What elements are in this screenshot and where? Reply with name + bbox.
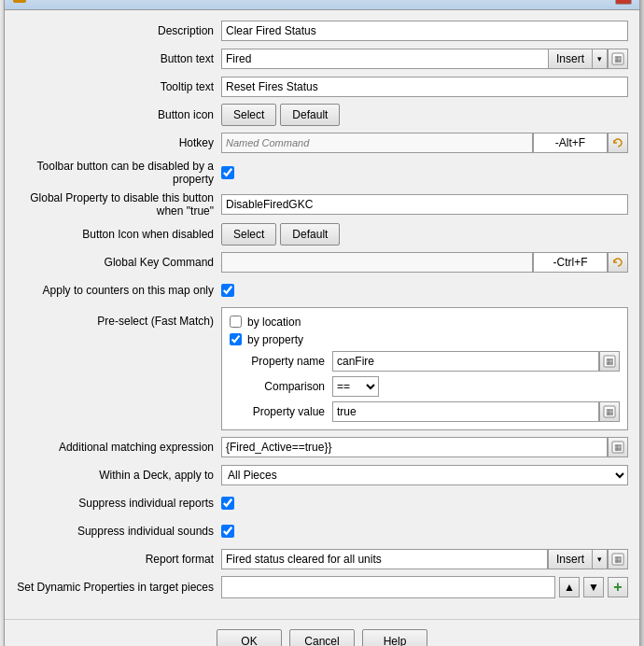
hotkey-inputs <box>221 133 628 153</box>
svg-text:▦: ▦ <box>614 442 623 452</box>
additional-matching-row: Additional matching expression ▦ <box>16 436 628 458</box>
hotkey-row: Hotkey <box>16 132 628 154</box>
property-name-input[interactable] <box>332 351 599 372</box>
suppress-sounds-checkbox[interactable] <box>221 525 234 538</box>
toolbar-disabled-row: Toolbar button can be disabled by a prop… <box>16 160 628 186</box>
dynamic-props-row: Set Dynamic Properties in target pieces … <box>16 576 628 598</box>
toolbar-disabled-checkbox[interactable] <box>221 166 234 179</box>
report-insert-combined: Insert ▾ <box>548 549 608 569</box>
deck-select[interactable]: All Pieces Top Piece Bottom Piece <box>221 465 628 485</box>
button-text-row: Button text Insert ▾ ▦ <box>16 48 628 70</box>
svg-text:!: ! <box>19 0 21 2</box>
report-insert-chevron[interactable]: ▾ <box>593 549 608 569</box>
within-deck-label: Within a Deck, apply to <box>16 469 221 482</box>
report-insert-button[interactable]: Insert <box>548 549 593 569</box>
preselect-row: Pre-select (Fast Match) by location by p… <box>16 307 628 430</box>
cancel-button[interactable]: Cancel <box>289 629 355 647</box>
suppress-reports-label: Suppress individual reports <box>16 497 221 510</box>
comparison-row: Comparison == != > < <box>230 376 620 397</box>
global-key-key-input[interactable] <box>533 252 608 273</box>
button-icon-select-btn[interactable]: Select <box>221 104 276 126</box>
dynamic-props-list <box>221 576 555 598</box>
tooltip-text-input[interactable] <box>221 77 628 97</box>
preselect-box: by location by property Property name ▦ <box>221 307 628 430</box>
additional-matching-input[interactable] <box>221 437 608 457</box>
dynamic-add-btn[interactable]: + <box>608 577 628 597</box>
comparison-inputs: == != > < <box>332 376 379 397</box>
property-name-label: Property name <box>230 355 332 368</box>
help-button[interactable]: Help <box>362 629 427 647</box>
button-icon-disabled-select-btn[interactable]: Select <box>221 223 276 246</box>
by-property-row: by property <box>230 333 620 346</box>
calc-icon-btn[interactable]: ▦ <box>608 49 628 69</box>
property-value-input[interactable] <box>332 401 599 422</box>
property-name-row: Property name ▦ <box>230 351 620 372</box>
preselect-label: Pre-select (Fast Match) <box>16 307 221 328</box>
description-row: Description <box>16 20 628 42</box>
hotkey-label: Hotkey <box>16 136 221 149</box>
global-key-undo-btn[interactable] <box>608 252 628 273</box>
dynamic-props-controls: ▲ ▼ + <box>221 576 628 598</box>
toolbar-disabled-check-wrapper <box>221 166 234 179</box>
by-location-checkbox[interactable] <box>230 316 242 328</box>
suppress-sounds-row: Suppress individual sounds <box>16 520 628 542</box>
additional-matching-calc-btn[interactable]: ▦ <box>608 437 628 457</box>
apply-counters-check-wrapper <box>221 284 234 297</box>
close-button[interactable]: × <box>615 0 632 5</box>
dynamic-up-btn[interactable]: ▲ <box>559 577 580 597</box>
button-icon-disabled-default-btn[interactable]: Default <box>280 223 340 246</box>
report-format-inputs: Insert ▾ ▦ <box>221 549 628 569</box>
bottom-buttons: OK Cancel Help <box>5 619 639 647</box>
dialog-content: Description Button text Insert ▾ ▦ Toolt… <box>5 10 639 613</box>
global-key-label: Global Key Command <box>16 256 221 269</box>
property-value-row: Property value ▦ <box>230 401 620 422</box>
button-icon-disabled-label: Button Icon when disabled <box>16 228 221 241</box>
property-value-calc-btn[interactable]: ▦ <box>599 401 620 422</box>
hotkey-key-input[interactable] <box>533 133 608 153</box>
by-property-label: by property <box>247 333 303 346</box>
svg-text:▦: ▦ <box>614 555 623 564</box>
description-input[interactable] <box>221 21 628 41</box>
apply-counters-checkbox[interactable] <box>221 284 234 297</box>
report-calc-btn[interactable]: ▦ <box>608 549 628 569</box>
within-deck-row: Within a Deck, apply to All Pieces Top P… <box>16 464 628 486</box>
dynamic-props-label: Set Dynamic Properties in target pieces <box>16 581 221 594</box>
insert-combined: Insert ▾ <box>548 49 608 69</box>
insert-button[interactable]: Insert <box>548 49 593 69</box>
property-value-label: Property value <box>230 405 332 418</box>
title-bar: ! Clear Fired Status × <box>5 0 639 10</box>
report-format-input[interactable] <box>221 549 548 569</box>
tooltip-text-row: Tooltip text <box>16 76 628 98</box>
global-property-label: Global Property to disable this button w… <box>16 191 221 218</box>
toolbar-disabled-label: Toolbar button can be disabled by a prop… <box>16 160 221 186</box>
hotkey-named-input[interactable] <box>221 133 533 153</box>
title-bar-left: ! Clear Fired Status <box>12 0 129 4</box>
insert-chevron-btn[interactable]: ▾ <box>593 49 608 69</box>
description-label: Description <box>16 24 221 37</box>
by-location-row: by location <box>230 316 620 329</box>
button-icon-row: Button icon Select Default <box>16 104 628 126</box>
dynamic-down-btn[interactable]: ▼ <box>583 577 604 597</box>
button-text-label: Button text <box>16 52 221 65</box>
svg-text:▦: ▦ <box>606 357 614 366</box>
suppress-reports-checkbox[interactable] <box>221 497 234 510</box>
dialog-title: Clear Fired Status <box>33 0 129 3</box>
global-property-input[interactable] <box>221 194 628 215</box>
property-name-calc-btn[interactable]: ▦ <box>599 351 620 372</box>
dialog-icon: ! <box>12 0 27 4</box>
dialog-window: ! Clear Fired Status × Description Butto… <box>4 0 640 646</box>
suppress-sounds-label: Suppress individual sounds <box>16 525 221 538</box>
ok-button[interactable]: OK <box>217 629 282 647</box>
comparison-label: Comparison <box>230 380 332 393</box>
by-property-checkbox[interactable] <box>230 333 242 345</box>
apply-counters-row: Apply to counters on this map only <box>16 279 628 302</box>
button-icon-disabled-row: Button Icon when disabled Select Default <box>16 223 628 246</box>
hotkey-undo-btn[interactable] <box>608 133 628 153</box>
additional-matching-label: Additional matching expression <box>16 441 221 454</box>
global-key-named-input[interactable] <box>221 252 533 273</box>
by-location-label: by location <box>247 316 301 329</box>
suppress-reports-check-wrapper <box>221 497 234 510</box>
comparison-select[interactable]: == != > < <box>332 376 379 397</box>
button-text-input[interactable] <box>221 49 548 69</box>
button-icon-default-btn[interactable]: Default <box>280 104 340 126</box>
